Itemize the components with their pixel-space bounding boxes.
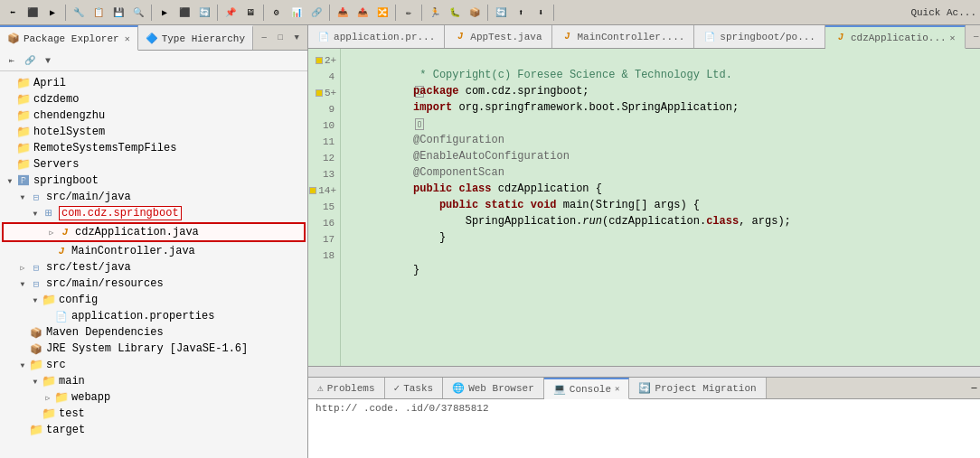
tab-icon-web-browser: 🌐 bbox=[452, 382, 465, 394]
toolbar-btn-14[interactable]: 📊 bbox=[287, 4, 306, 22]
tree-arrow-webapp: ▷ bbox=[42, 391, 54, 404]
toolbar-btn-9[interactable]: ⬛ bbox=[175, 4, 193, 22]
tab-console[interactable]: 💻 Console ✕ bbox=[544, 378, 630, 399]
maximize-left-btn[interactable]: □ bbox=[273, 31, 287, 45]
toolbar-btn-6[interactable]: 💾 bbox=[109, 4, 127, 22]
toolbar-btn-8[interactable]: ▶ bbox=[155, 4, 174, 22]
tree-item-src[interactable]: ▼ 📁 src bbox=[0, 357, 307, 373]
code-line-10: @Configuration bbox=[348, 116, 980, 132]
tree-item-jre[interactable]: 📦 JRE System Library [JavaSE-1.6] bbox=[0, 341, 307, 357]
code-hscrollbar[interactable] bbox=[308, 366, 980, 377]
tree-arrow-src-test-java: ▷ bbox=[16, 261, 29, 274]
tree-item-target[interactable]: 📁 target bbox=[0, 422, 307, 438]
tab-package-explorer[interactable]: 📦 Package Explorer ✕ bbox=[0, 25, 138, 51]
folder-icon-april: 📁 bbox=[16, 76, 31, 90]
folder-icon-hotelsystem: 📁 bbox=[16, 125, 31, 139]
tab-tasks[interactable]: ✓ Tasks bbox=[385, 378, 444, 398]
tree-item-src-test-java[interactable]: ▷ ⊟ src/test/java bbox=[0, 259, 307, 276]
tab-springboot-po[interactable]: 📄 springboot/po... bbox=[694, 25, 825, 48]
toolbar-btn-12[interactable]: 🖥 bbox=[241, 4, 259, 22]
tab-close-console[interactable]: ✕ bbox=[615, 384, 619, 394]
toolbar-btn-1[interactable]: ⬅ bbox=[4, 4, 22, 22]
toolbar-btn-15[interactable]: 🔗 bbox=[307, 4, 325, 22]
tree-item-remotesystems[interactable]: 📁 RemoteSystemsTempFiles bbox=[0, 140, 307, 156]
editor-minimize-btn[interactable]: — bbox=[969, 30, 980, 44]
tree-arrow-maincontroller bbox=[42, 245, 54, 257]
tree-item-springboot[interactable]: ▼ 🅿 springboot bbox=[0, 173, 307, 189]
tree-item-april[interactable]: 📁 April bbox=[0, 75, 307, 91]
tree-item-hotelsystem[interactable]: 📁 hotelSystem bbox=[0, 124, 307, 140]
toolbar-btn-21[interactable]: 🐛 bbox=[446, 4, 464, 22]
tab-cdzapplication[interactable]: J cdzApplicatio... ✕ bbox=[825, 25, 966, 49]
toolbar-sep-2 bbox=[151, 5, 152, 21]
tree-arrow-main: ▼ bbox=[29, 375, 42, 388]
tree-arrow-jre bbox=[16, 342, 29, 355]
toolbar-btn-25[interactable]: ⬇ bbox=[532, 4, 550, 22]
minimize-left-btn[interactable]: — bbox=[257, 31, 271, 45]
menu-left-btn[interactable]: ▼ bbox=[289, 31, 304, 45]
tab-web-browser[interactable]: 🌐 Web Browser bbox=[443, 378, 544, 398]
tree-item-cdzapplication[interactable]: ▷ J cdzApplication.java bbox=[2, 222, 306, 242]
tree-item-main[interactable]: ▼ 📁 main bbox=[0, 373, 307, 389]
bottom-minimize-btn[interactable]: — bbox=[967, 381, 980, 396]
tree-item-servers[interactable]: 📁 Servers bbox=[0, 156, 307, 173]
line-num-10: 10 bbox=[308, 117, 340, 134]
tree-toolbar: ⇤ 🔗 ▼ bbox=[0, 51, 307, 71]
tab-apptest[interactable]: J AppTest.java bbox=[445, 25, 551, 48]
toolbar-btn-23[interactable]: 🔄 bbox=[492, 4, 510, 22]
tree-item-chendengzhu[interactable]: 📁 chendengzhu bbox=[0, 107, 307, 124]
tab-project-migration[interactable]: 🔄 Project Migration bbox=[629, 378, 766, 398]
tree-arrow-hotelsystem bbox=[4, 126, 16, 138]
tree-item-cdzdemo[interactable]: 📁 cdzdemo bbox=[0, 91, 307, 107]
tab-maincontroller[interactable]: J MainController.... bbox=[552, 25, 695, 48]
tree-item-test[interactable]: 📁 test bbox=[0, 406, 307, 422]
tab-icon-maincontroller: J bbox=[561, 31, 574, 43]
tab-icon-springboot-po: 📄 bbox=[703, 31, 716, 43]
toolbar-sep-5 bbox=[329, 5, 330, 21]
toolbar-btn-11[interactable]: 📌 bbox=[221, 4, 240, 22]
toolbar-btn-4[interactable]: 🔧 bbox=[70, 4, 88, 22]
line-number-gutter: 2+ 4 5+ 9 10 11 12 13 14+ 15 16 17 bbox=[308, 49, 341, 366]
tree-item-com-cdz[interactable]: ▼ ⊞ com.cdz.springboot bbox=[0, 205, 307, 221]
tab-application-pr[interactable]: 📄 application.pr... bbox=[308, 25, 445, 48]
toolbar-btn-2[interactable]: ⬛ bbox=[24, 4, 42, 22]
toolbar-btn-19[interactable]: ✏ bbox=[400, 4, 418, 22]
tree-item-src-main-java[interactable]: ▼ ⊟ src/main/java bbox=[0, 189, 307, 205]
toolbar-btn-3[interactable]: ▶ bbox=[43, 4, 61, 22]
tree-label-test: test bbox=[59, 407, 85, 420]
toolbar-btn-5[interactable]: 📋 bbox=[90, 4, 108, 22]
tab-problems[interactable]: ⚠ Problems bbox=[308, 378, 384, 398]
tab-close-cdzapplication[interactable]: ✕ bbox=[950, 33, 956, 43]
tree-item-src-main-resources[interactable]: ▼ ⊟ src/main/resources bbox=[0, 276, 307, 292]
toolbar-btn-16[interactable]: 📥 bbox=[334, 4, 352, 22]
tree-arrow-maven bbox=[16, 326, 29, 339]
toolbar-btn-17[interactable]: 📤 bbox=[353, 4, 372, 22]
toolbar-btn-13[interactable]: ⚙ bbox=[268, 4, 286, 22]
toolbar-btn-22[interactable]: 📦 bbox=[466, 4, 484, 22]
tab-label-project-migration: Project Migration bbox=[655, 383, 756, 394]
collapse-all-btn[interactable]: ⇤ bbox=[4, 52, 20, 69]
link-editor-btn[interactable]: 🔗 bbox=[22, 52, 38, 69]
tab-type-hierarchy[interactable]: 🔷 Type Hierarchy bbox=[138, 25, 253, 50]
tree-item-maven-dependencies[interactable]: 📦 Maven Dependencies bbox=[0, 324, 307, 341]
toolbar-btn-18[interactable]: 🔀 bbox=[373, 4, 391, 22]
tree-item-application-properties[interactable]: 📄 application.properties bbox=[0, 308, 307, 324]
tab-package-explorer-close[interactable]: ✕ bbox=[125, 33, 130, 44]
toolbar-sep-6 bbox=[395, 5, 396, 21]
toolbar-btn-7[interactable]: 🔍 bbox=[129, 4, 147, 22]
tree-item-maincontroller[interactable]: J MainController.java bbox=[0, 243, 307, 259]
tree-arrow-app-props bbox=[42, 310, 54, 322]
tree-item-config[interactable]: ▼ 📁 config bbox=[0, 292, 307, 308]
code-content-area[interactable]: * Copyright(c) Foresee Science & Technol… bbox=[341, 49, 980, 366]
toolbar-btn-10[interactable]: 🔄 bbox=[195, 4, 213, 22]
tree-arrow-config: ▼ bbox=[29, 294, 42, 306]
tree-arrow-target bbox=[16, 424, 29, 436]
line-num-9: 9 bbox=[308, 101, 340, 117]
java-icon-cdzapplication: J bbox=[58, 225, 72, 239]
tree-item-webapp[interactable]: ▷ 📁 webapp bbox=[0, 389, 307, 406]
tab-package-explorer-label: Package Explorer bbox=[24, 33, 119, 44]
toolbar-btn-20[interactable]: 🏃 bbox=[426, 4, 444, 22]
toolbar-btn-24[interactable]: ⬆ bbox=[512, 4, 530, 22]
quick-access-label: Quick Ac... bbox=[910, 7, 976, 18]
tree-menu-btn[interactable]: ▼ bbox=[40, 52, 56, 69]
